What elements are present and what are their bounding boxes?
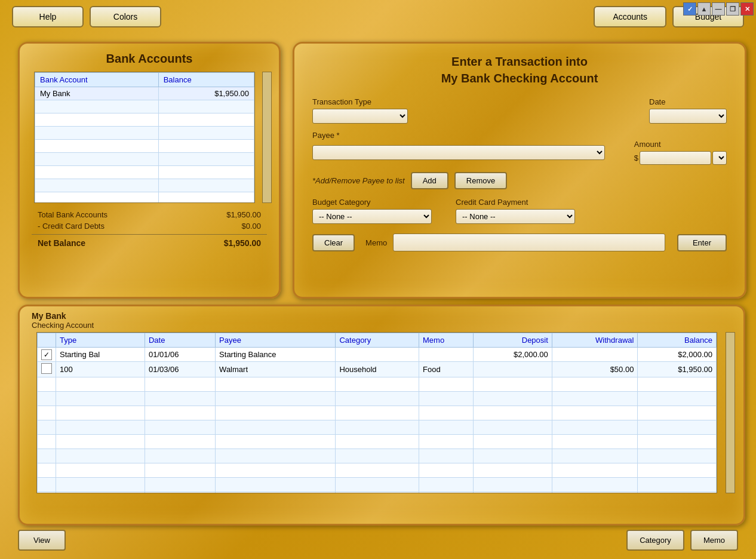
date-select[interactable] [649,109,727,124]
payee-row: Payee * Amount $ [312,131,727,165]
check-cell[interactable]: ✓ [38,348,56,362]
col-account: Bank Account [35,73,159,87]
bottom-toolbar: View Category Memo [18,530,738,551]
col-balance: Balance [638,333,717,348]
transaction-title: Enter a Transaction into My Bank Checkin… [294,44,745,91]
accounts-table-wrapper: Bank Account Balance My Bank$1,950.00 [34,72,255,203]
type-group: Transaction Type DepositWithdrawalTransf… [312,97,408,124]
account-row-empty [35,100,254,113]
account-row-empty [35,153,254,166]
checkbox[interactable]: ✓ [41,349,52,360]
transaction-row-empty [38,478,717,492]
total-row: Total Bank Accounts $1,950.00 [32,209,267,220]
amount-input-group: $ [634,151,727,165]
add-remove-row: *Add/Remove Payee to list Add Remove [312,172,727,189]
check-cell[interactable] [38,362,56,377]
date-cell: 01/01/06 [145,348,215,362]
close-button[interactable]: ✕ [740,2,754,16]
transaction-row-empty [38,492,717,494]
memo-row: Clear Memo Enter [312,234,727,251]
summary-section: Total Bank Accounts $1,950.00 - Credit C… [20,203,279,255]
type-cell: Starting Bal [56,348,145,362]
total-label: Total Bank Accounts [38,210,107,219]
dollar-sign: $ [634,153,638,162]
help-button[interactable]: Help [12,6,84,27]
transactions-scrollbar[interactable] [726,332,735,493]
view-button[interactable]: View [18,530,66,551]
col-deposit: Deposit [474,333,552,348]
transactions-header: My Bank Checking Account [20,306,743,332]
col-category: Category [336,333,419,348]
credit-payment-select[interactable]: -- None -- [456,209,575,224]
transactions-table-wrapper: Type Date Payee Category Memo Deposit Wi… [36,332,717,493]
col-check [38,333,56,348]
account-row[interactable]: My Bank$1,950.00 [35,87,254,100]
budget-label: Budget Category [312,198,432,207]
account-row-empty [35,179,254,192]
memo-cell [419,348,474,362]
total-value: $1,950.00 [226,210,261,219]
transaction-row-empty [38,377,717,392]
account-row-empty [35,166,254,179]
category-button[interactable]: Category [626,530,684,551]
net-label: Net Balance [38,238,85,248]
net-row: Net Balance $1,950.00 [32,234,267,249]
bank-accounts-title: Bank Accounts [20,44,279,72]
credit-label: - Credit Card Debts [38,222,105,231]
enter-button[interactable]: Enter [677,234,727,251]
amount-dropdown[interactable] [712,151,727,165]
col-balance: Balance [158,73,254,87]
date-cell: 01/03/06 [145,362,215,377]
transaction-row[interactable]: 100 01/03/06 Walmart Household Food $50.… [38,362,717,377]
remove-payee-button[interactable]: Remove [454,172,507,189]
account-row-empty [35,140,254,153]
amount-input[interactable] [640,151,711,165]
bank-name: My Bank [32,311,732,321]
restore-button[interactable]: ❐ [726,2,739,16]
checkbox[interactable] [41,363,52,374]
clear-button[interactable]: Clear [312,234,355,251]
minimize-button[interactable]: — [712,2,725,16]
account-type: Checking Account [32,321,732,330]
check-button[interactable]: ✓ [683,2,696,16]
memo-label: Memo [365,238,387,247]
transaction-row-empty [38,435,717,449]
withdrawal-cell: $50.00 [552,362,638,377]
add-payee-button[interactable]: Add [411,172,448,189]
payee-select[interactable] [312,145,605,160]
col-type: Type [56,333,145,348]
accounts-button[interactable]: Accounts [594,6,666,27]
col-withdrawal: Withdrawal [552,333,638,348]
balance-cell: $2,000.00 [638,348,717,362]
transaction-row-empty [38,420,717,435]
net-value: $1,950.00 [224,238,261,248]
memo-button[interactable]: Memo [690,530,738,551]
add-remove-label: *Add/Remove Payee to list [312,176,405,185]
payee-cell: Walmart [216,362,336,377]
col-date: Date [145,333,215,348]
type-select[interactable]: DepositWithdrawalTransfer [312,109,408,124]
type-label: Transaction Type [312,97,408,106]
type-date-row: Transaction Type DepositWithdrawalTransf… [312,97,727,124]
transaction-row[interactable]: ✓ Starting Bal 01/01/06 Starting Balance… [38,348,717,362]
account-row-empty [35,192,254,204]
transactions-table: Type Date Payee Category Memo Deposit Wi… [37,333,717,493]
budget-select[interactable]: -- None -- [312,209,432,224]
transaction-panel: Enter a Transaction into My Bank Checkin… [293,42,746,299]
account-balance: $1,950.00 [158,87,254,100]
balance-cell: $1,950.00 [638,362,717,377]
colors-button[interactable]: Colors [90,6,161,27]
memo-input[interactable] [393,234,665,251]
payee-label: Payee * [312,131,340,140]
accounts-scrollbar[interactable] [262,72,272,203]
type-cell: 100 [56,362,145,377]
accounts-table: Bank Account Balance My Bank$1,950.00 [35,72,254,203]
amount-label: Amount [634,140,727,149]
transactions-panel: My Bank Checking Account Type Date Payee… [18,305,745,526]
credit-value: $0.00 [241,222,261,231]
up-button[interactable]: ▲ [697,2,711,16]
bank-accounts-panel: Bank Accounts Bank Account Balance My Ba… [18,42,281,299]
transaction-row-empty [38,392,717,406]
col-memo: Memo [419,333,474,348]
memo-cell: Food [419,362,474,377]
